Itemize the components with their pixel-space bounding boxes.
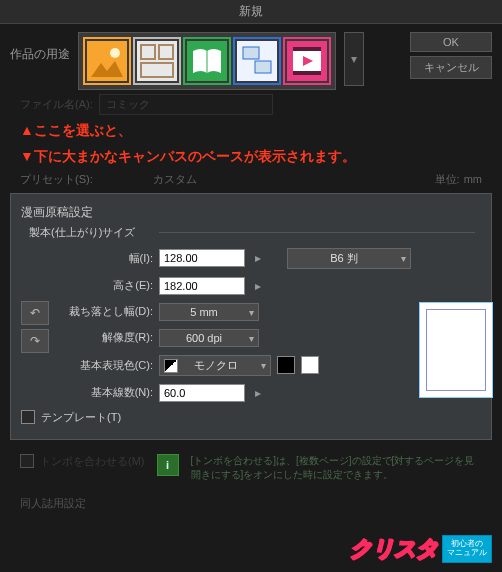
svg-rect-10 [255, 61, 271, 73]
preset-label: プリセット(S): [20, 172, 93, 187]
unit-label: 単位: [435, 172, 460, 187]
unit-value[interactable]: mm [464, 173, 482, 185]
info-text: [トンボを合わせる]は、[複数ページ]の設定で[対するページを見開きにする]をオ… [191, 454, 483, 482]
filename-row: ファイル名(A): コミック [0, 94, 502, 115]
template-label: テンプレート(T) [41, 410, 121, 425]
ok-button[interactable]: OK [410, 32, 492, 52]
logo-badge: 初心者の マニュアル [442, 535, 492, 563]
crop-align-checkbox [20, 454, 34, 468]
purpose-icon-animation[interactable] [283, 37, 331, 85]
panel-title: 漫画原稿設定 [21, 204, 481, 221]
rotate-controls: ↶ ↷ [21, 248, 49, 402]
crop-align-label: トンボを合わせる(M) [40, 454, 145, 469]
height-input[interactable] [159, 277, 245, 295]
purpose-icon-comic-layout[interactable] [133, 37, 181, 85]
purpose-icon-strip [78, 32, 336, 90]
svg-rect-9 [243, 47, 259, 59]
canvas-preview-page [419, 302, 493, 398]
swatch-black[interactable] [277, 356, 295, 374]
preset-row: プリセット(S): カスタム 単位: mm [0, 170, 502, 189]
basic-color-label: 基本表現色(C): [57, 358, 153, 373]
filename-input[interactable]: コミック [99, 94, 273, 115]
svg-point-1 [110, 48, 120, 58]
purpose-row: 作品の用途 ▾ OK キャンセル [0, 24, 502, 94]
purpose-icon-illustration[interactable] [83, 37, 131, 85]
rotate-cw-button[interactable]: ↷ [21, 329, 49, 353]
window-title: 新規 [0, 0, 502, 24]
width-stepper[interactable]: ▸ [251, 249, 265, 267]
svg-rect-14 [293, 71, 321, 75]
logo-text: クリスタ [350, 534, 438, 564]
size-preset-combo[interactable]: B6 判 [287, 248, 411, 269]
width-label: 幅(I): [57, 251, 153, 266]
width-input[interactable] [159, 249, 245, 267]
canvas-preview [419, 248, 493, 402]
basic-lines-stepper[interactable]: ▸ [251, 384, 265, 402]
cancel-button[interactable]: キャンセル [410, 56, 492, 79]
doujin-section-label: 同人誌用設定 [0, 492, 502, 515]
preset-value[interactable]: カスタム [153, 172, 197, 187]
bleed-combo[interactable]: 5 mm [159, 303, 259, 321]
resolution-combo[interactable]: 600 dpi [159, 329, 259, 347]
height-label: 高さ(E): [57, 278, 153, 293]
filename-label: ファイル名(A): [20, 97, 93, 112]
height-stepper[interactable]: ▸ [251, 277, 265, 295]
binding-size-legend: 製本(仕上がり)サイズ [29, 225, 481, 240]
purpose-icon-book[interactable] [183, 37, 231, 85]
purpose-label: 作品の用途 [10, 46, 70, 63]
watermark-logo: クリスタ 初心者の マニュアル [350, 534, 492, 564]
bleed-label: 裁ち落とし幅(D): [57, 304, 153, 319]
basic-lines-input[interactable] [159, 384, 245, 402]
rotate-ccw-button[interactable]: ↶ [21, 301, 49, 325]
resolution-label: 解像度(R): [57, 330, 153, 345]
swatch-white[interactable] [301, 356, 319, 374]
purpose-dropdown-button[interactable]: ▾ [344, 32, 364, 86]
annotation-line-1: ▲ここを選ぶと、 [20, 119, 502, 141]
annotation-line-2: ▼下に大まかなキャンバスのベースが表示されます。 [20, 145, 502, 167]
basic-color-combo[interactable]: モノクロ [159, 355, 271, 376]
info-icon: i [157, 454, 179, 476]
svg-rect-2 [137, 41, 177, 81]
manga-settings-panel: 漫画原稿設定 製本(仕上がり)サイズ ↶ ↷ 幅(I): ▸ B6 判 高さ(E… [10, 193, 492, 440]
basic-lines-label: 基本線数(N): [57, 385, 153, 400]
svg-rect-13 [293, 47, 321, 51]
purpose-icon-photos[interactable] [233, 37, 281, 85]
template-checkbox[interactable] [21, 410, 35, 424]
